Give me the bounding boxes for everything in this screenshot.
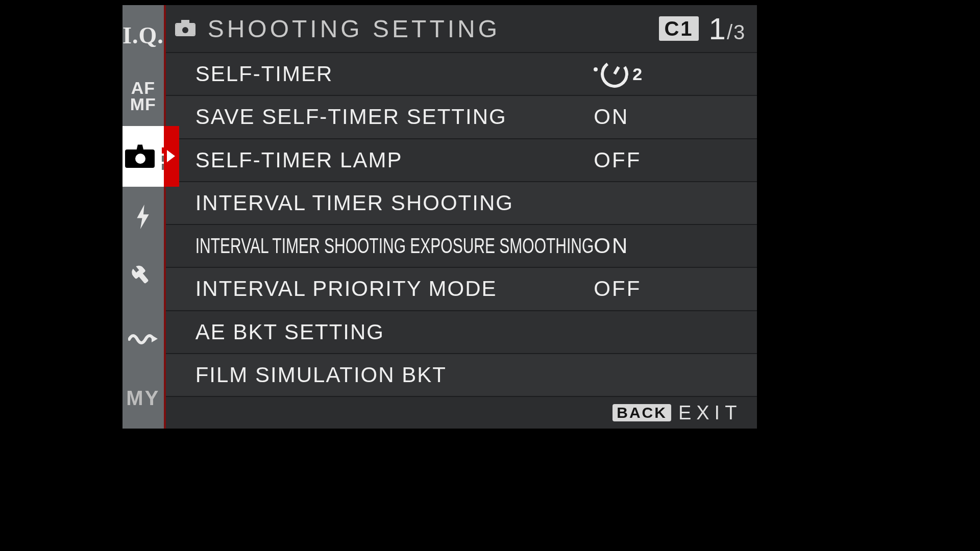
flash-icon — [135, 205, 151, 229]
exit-label: EXIT — [678, 402, 742, 424]
tab-movie[interactable] — [122, 308, 164, 368]
menu-item-value: 2 — [594, 60, 742, 88]
tab-label: MY — [126, 387, 160, 410]
menu-item-self-timer[interactable]: SELF-TIMER 2 — [166, 52, 757, 95]
menu-item-film-simulation-bkt[interactable]: FILM SIMULATION BKT — [166, 353, 757, 396]
camera-icon — [125, 144, 161, 168]
tab-label-top: AF — [131, 80, 155, 96]
menu-item-save-self-timer[interactable]: SAVE SELF-TIMER SETTING ON — [166, 95, 757, 138]
selftimer-icon — [599, 58, 631, 90]
menu-main-panel: SHOOTING SETTING C1 1/3 SELF-TIMER 2 SAV… — [166, 5, 757, 429]
camera-icon — [175, 20, 198, 37]
wrench-icon — [129, 263, 157, 291]
menu-item-label: SELF-TIMER — [195, 62, 594, 86]
menu-item-value: ON — [594, 105, 742, 129]
menu-item-interval-priority-mode[interactable]: INTERVAL PRIORITY MODE OFF — [166, 267, 757, 310]
menu-item-value: ON — [594, 234, 742, 258]
page-sep: / — [727, 21, 733, 43]
menu-item-self-timer-lamp[interactable]: SELF-TIMER LAMP OFF — [166, 138, 757, 181]
menu-header: SHOOTING SETTING C1 1/3 — [166, 5, 757, 52]
menu-item-label: INTERVAL TIMER SHOOTING EXPOSURE SMOOTHI… — [195, 234, 594, 258]
tab-my-menu[interactable]: MY — [122, 368, 164, 429]
menu-item-value: OFF — [594, 148, 742, 172]
menu-item-label: AE BKT SETTING — [195, 320, 594, 344]
caret-right-icon — [167, 150, 175, 162]
back-button[interactable]: BACK — [612, 404, 671, 421]
page-indicator: 1/3 — [709, 11, 746, 46]
menu-item-label: SELF-TIMER LAMP — [195, 148, 594, 172]
custom-bank-badge: C1 — [659, 16, 698, 41]
tab-label-bottom: MF — [130, 96, 156, 112]
tab-flash[interactable] — [122, 187, 164, 247]
selftimer-seconds: 2 — [632, 64, 644, 84]
camera-menu-screen: I.Q. AF MF MY — [122, 5, 735, 429]
tab-shooting-setting[interactable] — [122, 126, 164, 187]
menu-item-interval-exposure-smoothing[interactable]: INTERVAL TIMER SHOOTING EXPOSURE SMOOTHI… — [166, 224, 757, 267]
menu-rows: SELF-TIMER 2 SAVE SELF-TIMER SETTING ON … — [166, 52, 757, 396]
page-title: SHOOTING SETTING — [208, 15, 649, 43]
menu-item-value: OFF — [594, 277, 742, 301]
tab-image-quality[interactable]: I.Q. — [122, 5, 164, 66]
menu-item-label: INTERVAL TIMER SHOOTING — [195, 191, 594, 215]
selftimer-icon — [594, 67, 598, 71]
tab-setup[interactable] — [122, 247, 164, 308]
menu-item-label: INTERVAL PRIORITY MODE — [195, 277, 594, 301]
menu-item-label: FILM SIMULATION BKT — [195, 363, 594, 387]
menu-sidebar: I.Q. AF MF MY — [122, 5, 166, 429]
squiggle-arrow-icon — [128, 330, 158, 345]
menu-item-ae-bkt-setting[interactable]: AE BKT SETTING — [166, 310, 757, 353]
menu-item-interval-timer-shooting[interactable]: INTERVAL TIMER SHOOTING — [166, 181, 757, 224]
page-current: 1 — [709, 12, 727, 46]
tab-label: I.Q. — [122, 22, 164, 49]
page-total: 3 — [733, 21, 746, 43]
tab-af-mf[interactable]: AF MF — [122, 66, 164, 127]
menu-item-label: SAVE SELF-TIMER SETTING — [195, 105, 594, 129]
menu-footer: BACK EXIT — [166, 396, 757, 429]
